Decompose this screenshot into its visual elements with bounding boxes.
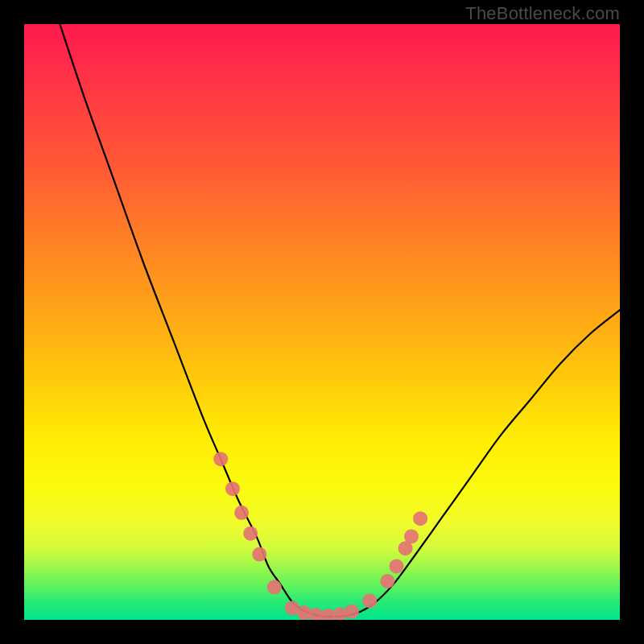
marker-dot bbox=[345, 605, 359, 619]
marker-dot bbox=[297, 605, 312, 620]
marker-dot bbox=[213, 452, 228, 466]
bottleneck-curve bbox=[60, 24, 620, 617]
marker-dot bbox=[380, 574, 394, 588]
watermark-text: TheBottleneck.com bbox=[465, 3, 620, 24]
marker-dot bbox=[225, 481, 240, 496]
marker-dot bbox=[243, 526, 258, 541]
marker-dot bbox=[252, 547, 266, 562]
marker-dot bbox=[413, 511, 427, 526]
marker-dot bbox=[267, 580, 282, 594]
plot-area bbox=[24, 24, 620, 620]
marker-dot bbox=[234, 506, 249, 520]
curve-svg bbox=[24, 24, 620, 620]
marker-group bbox=[213, 452, 427, 620]
marker-dot bbox=[404, 529, 419, 543]
marker-dot bbox=[362, 593, 377, 608]
marker-dot bbox=[390, 559, 404, 573]
chart-stage: TheBottleneck.com bbox=[0, 0, 644, 644]
